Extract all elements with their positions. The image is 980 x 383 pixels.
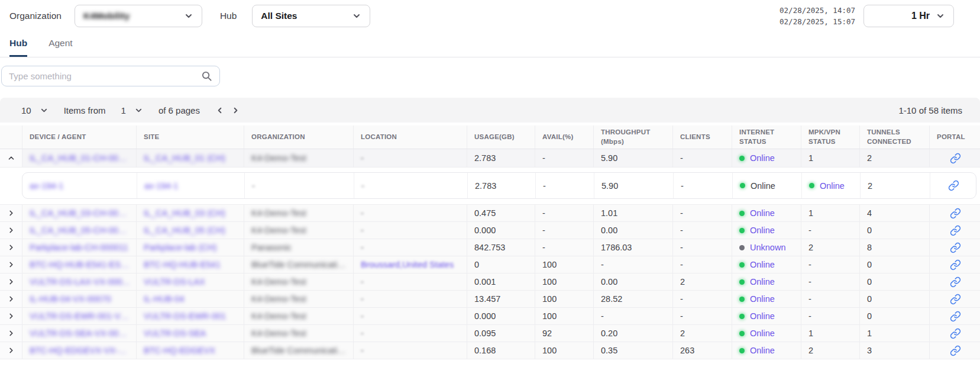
site-cell: VULTR-DS-SEA — [136, 325, 244, 342]
site-link[interactable]: ax-194-1 — [144, 181, 178, 191]
portal-link[interactable] — [929, 205, 980, 221]
device-link[interactable]: VULTR-DS-LAX-VX-000... — [30, 277, 130, 287]
expand-toggle[interactable] — [0, 291, 22, 307]
site-cell: IL-HUB-04 — [136, 291, 244, 307]
organization-text: K4-Demo-Test — [251, 208, 306, 218]
portal-link[interactable] — [929, 256, 980, 273]
mpk-vpn-status[interactable]: Online — [820, 181, 845, 191]
hub-sites-select[interactable]: All Sites — [252, 5, 370, 27]
portal-link[interactable] — [929, 222, 980, 239]
search-input[interactable] — [9, 71, 201, 81]
location-text: - — [361, 208, 364, 218]
portal-link[interactable] — [929, 325, 980, 342]
page-prev-button[interactable] — [215, 106, 224, 115]
tunnels-cell: 8 — [859, 239, 929, 256]
tunnels-value: 0 — [867, 294, 872, 304]
organization-cell: K4-Demo-Test — [244, 308, 353, 324]
internet-status[interactable]: Online — [750, 346, 775, 355]
throughput-cell: 0.00 — [593, 273, 672, 290]
expand-toggle[interactable] — [0, 149, 22, 167]
clients-value: 2 — [680, 277, 685, 287]
page-next-button[interactable] — [231, 106, 240, 115]
portal-link[interactable] — [929, 342, 980, 359]
tunnels-value: 0 — [867, 277, 872, 287]
expand-toggle[interactable] — [0, 273, 22, 290]
mpk-vpn-status-cell: - — [801, 222, 859, 239]
avail-value: 100 — [542, 277, 557, 287]
clients-cell: - — [673, 173, 732, 198]
device-link[interactable]: IL_CA_HUB_05-CH-0000... — [30, 226, 130, 235]
expand-toggle[interactable] — [0, 325, 22, 342]
location-cell: - — [353, 325, 467, 342]
device-link[interactable]: IL_CA_HUB_03-CH-000... — [30, 208, 130, 218]
table-header-row: DEVICE / AGENTSITEORGANIZATIONLOCATIONUS… — [0, 125, 980, 149]
internet-status[interactable]: Online — [750, 277, 775, 287]
expand-toggle[interactable] — [0, 205, 22, 221]
site-link[interactable]: IL_CA_HUB_01 (CH) — [144, 153, 225, 163]
internet-status-cell: Online — [732, 308, 801, 324]
location-text: - — [361, 311, 364, 321]
site-cell: ax-194-1 — [137, 173, 244, 198]
internet-status[interactable]: Online — [750, 260, 775, 269]
time-range-select[interactable]: 1 Hr — [863, 5, 954, 27]
device-cell: IL_CA_HUB_05-CH-0000... — [22, 222, 136, 239]
device-link[interactable]: BTC-HQ-HUB-E541-ES-... — [30, 260, 130, 269]
portal-link[interactable] — [929, 149, 980, 167]
internet-status[interactable]: Online — [750, 294, 775, 304]
location-cell: - — [353, 149, 467, 167]
portal-link[interactable] — [929, 239, 980, 256]
site-link[interactable]: VULTR-DS-LAX — [144, 277, 205, 287]
device-link[interactable]: ax-194-1 — [30, 181, 63, 191]
portal-link[interactable] — [929, 291, 980, 307]
organization-select[interactable]: K4Mobility — [75, 5, 202, 27]
device-link[interactable]: BTC-HQ-EDGEVX-VX-00.. — [30, 346, 130, 355]
internet-status[interactable]: Online — [750, 311, 775, 321]
device-link[interactable]: IL_CA_HUB_01-CH-0000... — [30, 153, 130, 163]
table-body: IL_CA_HUB_01-CH-0000...IL_CA_HUB_01 (CH)… — [0, 149, 980, 359]
device-link[interactable]: VULTR-DS-EWR-001-VX.. — [30, 311, 130, 321]
col-header-expand — [0, 125, 22, 149]
page-select[interactable]: 1 — [121, 105, 143, 115]
site-link[interactable]: IL_CA_HUB_03 (CH) — [144, 208, 225, 218]
expand-toggle[interactable] — [0, 342, 22, 359]
internet-status[interactable]: Unknown — [750, 243, 785, 252]
expand-toggle[interactable] — [0, 239, 22, 256]
mpk-vpn-value: 1 — [808, 208, 813, 218]
portal-link[interactable] — [930, 173, 976, 198]
clients-cell: - — [672, 149, 732, 167]
expand-toggle[interactable] — [0, 308, 22, 324]
search-icon[interactable] — [201, 70, 212, 82]
device-link[interactable]: IL-HUB-04-VX-00070 — [30, 294, 111, 304]
internet-status[interactable]: Online — [750, 208, 775, 218]
internet-status[interactable]: Online — [750, 153, 775, 163]
status-dot — [739, 262, 745, 268]
site-link[interactable]: IL_CA_HUB_05 (CH) — [144, 226, 225, 235]
site-link[interactable]: Parkplace-lab (CH) — [144, 243, 216, 252]
expand-toggle[interactable] — [0, 222, 22, 239]
usage-cell: 0.475 — [467, 205, 535, 221]
site-link[interactable]: VULTR-DS-EWR-001 — [144, 311, 226, 321]
page-size-select[interactable]: 10 — [21, 105, 48, 115]
throughput-cell: 5.90 — [594, 173, 673, 198]
portal-link[interactable] — [929, 273, 980, 290]
col-header-device: DEVICE / AGENT — [22, 125, 136, 149]
internet-status[interactable]: Online — [750, 226, 775, 235]
site-link[interactable]: BTC-HQ-HUB-E541 — [144, 260, 221, 269]
tab-hub[interactable]: Hub — [9, 38, 27, 57]
tab-agent[interactable]: Agent — [48, 38, 73, 57]
device-link[interactable]: VULTR-DS-SEA-VX-000... — [30, 329, 130, 338]
site-link[interactable]: IL-HUB-04 — [144, 294, 185, 304]
site-link[interactable]: VULTR-DS-SEA — [144, 329, 206, 338]
mpk-vpn-value: - — [808, 311, 811, 321]
site-link[interactable]: BTC-HQ-EDGEVX — [144, 346, 215, 355]
avail-cell: - — [535, 239, 593, 256]
device-link[interactable]: Parkplace-lab-CH-000011 — [30, 243, 128, 252]
internet-status-cell: Online — [732, 291, 801, 307]
location-link[interactable]: Broussard,United States — [361, 260, 454, 269]
link-icon — [950, 153, 961, 164]
portal-link[interactable] — [929, 308, 980, 324]
internet-status[interactable]: Online — [750, 329, 775, 338]
mpk-vpn-status-cell: 1 — [801, 325, 859, 342]
tunnels-cell: 0 — [859, 308, 929, 324]
expand-toggle[interactable] — [0, 256, 22, 273]
